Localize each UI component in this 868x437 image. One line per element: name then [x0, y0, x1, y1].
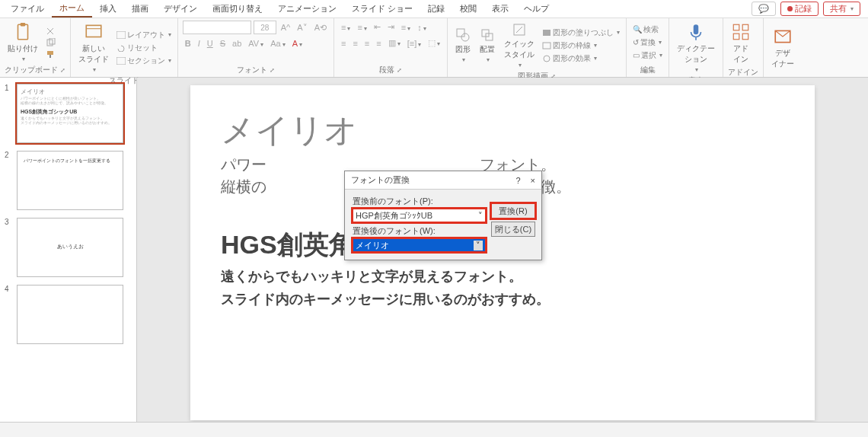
arrange-button[interactable]: 配置▾: [477, 26, 498, 65]
tab-file[interactable]: ファイル: [3, 1, 52, 17]
svg-rect-6: [86, 25, 101, 37]
underline-button[interactable]: U: [205, 37, 215, 49]
tab-record[interactable]: 記録: [420, 1, 452, 17]
record-button[interactable]: 記録: [780, 2, 819, 16]
indent-dec-button[interactable]: ⇤: [372, 21, 383, 33]
dialog-help-button[interactable]: ?: [515, 176, 520, 185]
replace-to-combo[interactable]: メイリオ ˅: [353, 238, 486, 252]
quick-styles-button[interactable]: クイック スタイル▾: [501, 21, 538, 70]
align-right-button[interactable]: ≡: [362, 37, 372, 49]
clear-format-button[interactable]: A⟲: [312, 21, 329, 34]
combo-value: HGP創英角ゴｼｯｸUB: [356, 210, 432, 222]
cut-button[interactable]: [44, 26, 58, 37]
text-direction-button[interactable]: ↕▾: [415, 21, 429, 33]
fill-icon: [542, 29, 551, 37]
new-slide-icon: [84, 22, 104, 42]
outline-icon: [542, 42, 551, 49]
select-button[interactable]: ▭選択▾: [631, 49, 664, 62]
tab-animations[interactable]: アニメーション: [270, 1, 344, 17]
align-left-button[interactable]: ≡: [339, 37, 348, 49]
slide-thumbnail-3[interactable]: あいうえお: [17, 218, 123, 277]
group-label: 編集: [631, 64, 664, 76]
italic-button[interactable]: I: [196, 37, 203, 49]
designer-icon: [773, 27, 793, 46]
share-button[interactable]: 共有▾: [823, 2, 860, 16]
smartart-button[interactable]: ⬚▾: [426, 37, 442, 49]
tab-view[interactable]: 表示: [484, 1, 516, 17]
section-button[interactable]: セクション▾: [115, 55, 173, 67]
shadow-button[interactable]: ab: [230, 37, 244, 49]
reset-button[interactable]: リセット: [115, 42, 173, 54]
paste-button[interactable]: 貼り付け ▾: [5, 21, 41, 64]
increase-font-button[interactable]: A^: [279, 21, 293, 33]
slide-thumbnail-2[interactable]: パワーポイントのフォントを一括変更する: [17, 151, 123, 210]
chevron-down-icon: ▾: [850, 5, 854, 12]
tab-slideshow[interactable]: スライド ショー: [344, 1, 420, 17]
strike-button[interactable]: S: [218, 37, 228, 49]
decrease-font-button[interactable]: A˅: [295, 21, 309, 34]
font-size-combo[interactable]: [254, 21, 276, 34]
tab-design[interactable]: デザイン: [156, 1, 205, 17]
tab-draw[interactable]: 描画: [124, 1, 156, 17]
thumb-text: スライド内のキーメッセージに用いるのがおすすめ。: [21, 120, 120, 125]
font-color-button[interactable]: A▾: [290, 37, 305, 49]
dialog-close-button[interactable]: ×: [531, 176, 535, 185]
copy-button[interactable]: [44, 37, 58, 48]
slide-bold-text: スライド内のキーメッセージに用いるのがおすすめ。: [221, 290, 784, 308]
group-clipboard: 貼り付け ▾ クリップボード ⤢: [0, 18, 71, 77]
svg-rect-8: [116, 31, 126, 39]
spacing-button[interactable]: AV▾: [246, 37, 266, 49]
shapes-icon: [455, 27, 471, 43]
thumb-number: 3: [5, 218, 12, 277]
align-center-button[interactable]: ≡: [350, 37, 359, 49]
dialog-titlebar: フォントの置換 ? ×: [345, 171, 541, 190]
comments-button[interactable]: 💬: [752, 2, 776, 16]
justify-button[interactable]: ≡: [374, 37, 383, 49]
chevron-down-icon: ▾: [93, 66, 96, 73]
font-name-combo[interactable]: [183, 21, 251, 34]
align-text-button[interactable]: [≡]▾: [405, 37, 424, 49]
slide-thumbnail-1[interactable]: メイリオ パワーポイントにとくに相性が良いフォント。 縦横の線の太さが同じで、読…: [17, 84, 123, 143]
arrange-icon: [480, 27, 495, 43]
shape-outline-button[interactable]: 図形の枠線▾: [541, 40, 621, 52]
chevron-down-icon: ▾: [22, 56, 25, 62]
new-slide-label: 新しい スライド: [78, 43, 109, 65]
dialog-close-action-button[interactable]: 閉じる(C): [491, 222, 535, 237]
layout-button[interactable]: レイアウト▾: [115, 29, 173, 41]
format-painter-button[interactable]: [44, 49, 58, 59]
addins-button[interactable]: アド イン: [728, 21, 754, 66]
bullets-button[interactable]: ≡▾: [339, 21, 353, 33]
replace-from-combo[interactable]: HGP創英角ゴｼｯｸUB ˅: [353, 209, 486, 222]
replace-execute-button[interactable]: 置換(R): [491, 203, 535, 218]
numbering-button[interactable]: ≡▾: [355, 21, 369, 33]
tab-help[interactable]: ヘルプ: [516, 1, 557, 17]
find-button[interactable]: 🔍検索: [631, 24, 664, 36]
new-slide-button[interactable]: 新しい スライド ▾: [75, 21, 112, 75]
dialog-title: フォントの置換: [351, 174, 410, 186]
tab-transitions[interactable]: 画面切り替え: [205, 1, 270, 17]
layout-icon: [116, 31, 126, 39]
dictate-button[interactable]: ディクテー ション▾: [674, 21, 718, 75]
tab-home[interactable]: ホーム: [52, 0, 92, 18]
line-spacing-button[interactable]: ≡▾: [399, 21, 413, 33]
shape-fill-button[interactable]: 図形の塗りつぶし▾: [541, 27, 621, 39]
shape-effects-button[interactable]: 図形の効果▾: [541, 53, 621, 65]
shapes-button[interactable]: 図形▾: [452, 26, 474, 65]
group-label: クリップボード ⤢: [5, 64, 65, 76]
svg-rect-16: [543, 43, 550, 49]
tab-review[interactable]: 校閲: [452, 1, 484, 17]
columns-button[interactable]: ▥▾: [386, 37, 403, 49]
thumb-number: 4: [5, 285, 12, 344]
microphone-icon: [686, 22, 706, 42]
indent-inc-button[interactable]: ⇥: [385, 21, 397, 33]
replace-button[interactable]: ↺置換▾: [631, 37, 664, 49]
bold-button[interactable]: B: [183, 37, 193, 49]
case-button[interactable]: Aa▾: [268, 37, 287, 49]
select-icon: ▭: [633, 51, 640, 59]
slide-bold-text: 遠くからでもハッキリと文字が見えるフォント。: [221, 267, 784, 285]
slide-heading-1: メイリオ: [221, 108, 784, 153]
thumb-text: あいうえお: [21, 222, 120, 250]
designer-button[interactable]: デザ イナー: [768, 25, 797, 71]
slide-thumbnail-4[interactable]: [17, 285, 123, 344]
tab-insert[interactable]: 挿入: [92, 1, 124, 17]
